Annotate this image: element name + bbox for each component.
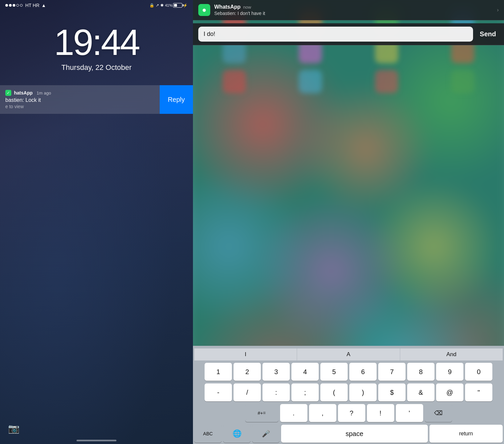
notif-submessage: e to view bbox=[5, 104, 154, 109]
home-indicator bbox=[77, 440, 116, 441]
app-icon-11 bbox=[375, 70, 398, 93]
autocomplete-i[interactable]: I bbox=[194, 348, 297, 360]
key-at[interactable]: @ bbox=[436, 383, 463, 401]
lock-bottom: 📷 bbox=[0, 423, 193, 434]
number-row: 1 2 3 4 5 6 7 8 9 0 bbox=[194, 363, 503, 381]
lock-screen: HT HR ▲ 🔒 ↗ ✱ 41% ⚡ 19:44 Thursday, 22 O… bbox=[0, 0, 193, 444]
key-8[interactable]: 8 bbox=[407, 363, 434, 381]
time-section: 19:44 Thursday, 22 October bbox=[0, 24, 193, 72]
globe-icon: 🌐 bbox=[233, 429, 242, 438]
whatsapp-notif-icon: ✓ bbox=[5, 90, 11, 96]
wa-notif-message: Sebastien: I don't have it bbox=[214, 11, 493, 16]
whatsapp-app-icon: ● bbox=[198, 4, 210, 16]
wa-notif-time: now bbox=[243, 5, 251, 10]
signal-dot-4 bbox=[16, 4, 19, 7]
key-2[interactable]: 2 bbox=[234, 363, 261, 381]
clock: 19:44 bbox=[0, 24, 193, 61]
key-microphone[interactable]: 🎤 bbox=[252, 425, 279, 443]
key-close-paren[interactable]: ) bbox=[349, 383, 377, 401]
status-bar: HT HR ▲ 🔒 ↗ ✱ 41% ⚡ bbox=[0, 0, 193, 11]
status-right: 🔒 ↗ ✱ 41% ⚡ bbox=[149, 3, 188, 8]
key-globe[interactable]: 🌐 bbox=[223, 425, 251, 443]
notification-header: ✓ hatsApp 1m ago bbox=[5, 90, 154, 96]
key-4[interactable]: 4 bbox=[291, 363, 319, 381]
bottom-row: ABC 🌐 🎤 space return bbox=[194, 425, 503, 443]
key-exclamation[interactable]: ! bbox=[367, 404, 394, 422]
app-icon-9 bbox=[223, 70, 246, 93]
status-left: HT HR ▲ bbox=[5, 3, 46, 8]
key-dollar[interactable]: $ bbox=[378, 383, 406, 401]
chevron-right-icon: › bbox=[497, 7, 499, 13]
reply-text-field[interactable] bbox=[198, 27, 473, 42]
whatsapp-notification-header: ● WhatsApp now Sebastien: I don't have i… bbox=[193, 0, 504, 20]
right-panel: ● WhatsApp now Sebastien: I don't have i… bbox=[193, 0, 504, 444]
battery-icon bbox=[173, 3, 182, 8]
key-7[interactable]: 7 bbox=[378, 363, 406, 381]
app-icon-10 bbox=[299, 70, 322, 93]
whatsapp-icon: ● bbox=[202, 6, 206, 14]
key-quote[interactable]: " bbox=[465, 383, 492, 401]
wa-notif-text: WhatsApp now Sebastien: I don't have it bbox=[214, 4, 493, 16]
notification-content: ✓ hatsApp 1m ago bastien: Lock it e to v… bbox=[0, 85, 160, 114]
battery-fill bbox=[174, 4, 177, 7]
date-label: Thursday, 22 October bbox=[0, 63, 193, 72]
carrier-label: HT HR bbox=[25, 3, 40, 8]
wa-title-row: WhatsApp now bbox=[214, 4, 493, 10]
reply-input-area[interactable]: Send bbox=[193, 23, 504, 45]
backspace-icon: ⌫ bbox=[434, 409, 442, 417]
key-hashtag-plus-equals[interactable]: #+= bbox=[245, 404, 278, 422]
key-0[interactable]: 0 bbox=[465, 363, 492, 381]
key-semicolon[interactable]: ; bbox=[291, 383, 319, 401]
lightning-icon: ⚡ bbox=[183, 3, 188, 8]
symbol-row: - / : ; ( ) $ & @ " bbox=[194, 383, 503, 401]
key-dash[interactable]: - bbox=[205, 383, 232, 401]
signal-dot-1 bbox=[5, 4, 8, 7]
camera-icon: 📷 bbox=[8, 423, 20, 434]
battery-percent: 41% bbox=[165, 3, 172, 7]
reply-label: Reply bbox=[168, 96, 185, 104]
key-5[interactable]: 5 bbox=[320, 363, 348, 381]
key-return[interactable]: return bbox=[429, 425, 503, 443]
key-9[interactable]: 9 bbox=[436, 363, 463, 381]
key-open-paren[interactable]: ( bbox=[320, 383, 348, 401]
autocomplete-a[interactable]: A bbox=[297, 348, 400, 360]
app-icon-12 bbox=[451, 70, 474, 93]
keyboard[interactable]: I A And 1 2 3 4 5 6 7 8 9 0 - / : ; ( ) … bbox=[193, 346, 504, 444]
whatsapp-icon: ✓ bbox=[7, 91, 10, 95]
signal-dot-3 bbox=[13, 4, 15, 7]
key-comma[interactable]: , bbox=[309, 404, 336, 422]
notif-message: bastien: Lock it bbox=[5, 97, 154, 103]
key-apostrophe[interactable]: ' bbox=[396, 404, 423, 422]
bluetooth-icon: ✱ bbox=[160, 3, 164, 8]
key-slash[interactable]: / bbox=[234, 383, 261, 401]
key-backspace[interactable]: ⌫ bbox=[425, 404, 452, 422]
key-period[interactable]: . bbox=[280, 404, 307, 422]
send-button[interactable]: Send bbox=[477, 29, 499, 39]
key-1[interactable]: 1 bbox=[205, 363, 232, 381]
reply-button[interactable]: Reply bbox=[160, 85, 193, 114]
signal-dot-2 bbox=[9, 4, 12, 7]
signal-strength bbox=[5, 4, 23, 7]
signal-dot-5 bbox=[20, 4, 23, 7]
notif-app-name: hatsApp bbox=[14, 90, 33, 96]
key-3[interactable]: 3 bbox=[262, 363, 290, 381]
lock-icon: 🔒 bbox=[149, 3, 154, 8]
mic-icon: 🎤 bbox=[262, 430, 270, 438]
camera-button[interactable]: 📷 bbox=[8, 423, 20, 434]
wifi-icon: ▲ bbox=[42, 3, 46, 8]
autocomplete-bar: I A And bbox=[194, 348, 503, 361]
autocomplete-and[interactable]: And bbox=[400, 348, 503, 360]
key-ampersand[interactable]: & bbox=[407, 383, 434, 401]
battery: 41% ⚡ bbox=[165, 3, 188, 8]
notif-time: 1m ago bbox=[37, 91, 51, 96]
wa-app-name: WhatsApp bbox=[214, 4, 241, 10]
key-space[interactable]: space bbox=[281, 425, 428, 443]
key-question[interactable]: ? bbox=[338, 404, 365, 422]
notification-banner[interactable]: ✓ hatsApp 1m ago bastien: Lock it e to v… bbox=[0, 85, 193, 114]
key-abc[interactable]: ABC bbox=[194, 425, 222, 443]
key-colon[interactable]: : bbox=[262, 383, 290, 401]
location-icon: ↗ bbox=[156, 3, 159, 8]
third-row: #+= . , ? ! ' ⌫ bbox=[194, 404, 503, 422]
key-6[interactable]: 6 bbox=[349, 363, 377, 381]
